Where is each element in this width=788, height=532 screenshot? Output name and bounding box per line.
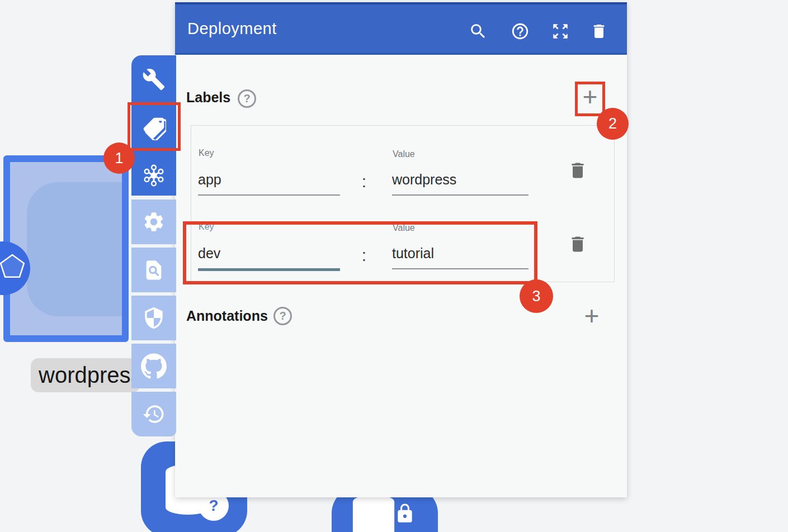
- annotations-help-icon[interactable]: ?: [273, 307, 292, 325]
- expand-icon: [551, 22, 570, 41]
- panel-header: Deployment: [175, 2, 627, 55]
- delete-label-row-button[interactable]: [566, 158, 589, 183]
- trash-icon: [568, 233, 588, 255]
- label-value-input[interactable]: [392, 172, 529, 196]
- key-value-separator: :: [358, 168, 370, 195]
- label-key-input[interactable]: [198, 172, 340, 196]
- sidebar-item-search-docs[interactable]: [131, 248, 176, 292]
- key-field-label: Key: [199, 148, 214, 158]
- help-button[interactable]: [508, 20, 532, 43]
- sidebar-item-configure[interactable]: [131, 67, 176, 92]
- history-icon: [142, 402, 166, 426]
- sidebar-item-network[interactable]: [131, 163, 176, 188]
- node-label: wordpress: [31, 358, 140, 392]
- value-field-label: Value: [393, 149, 415, 159]
- expand-button[interactable]: [549, 20, 572, 43]
- panel-title: Deployment: [187, 4, 277, 53]
- step-2-badge: 2: [597, 108, 629, 140]
- help-icon: [511, 22, 530, 41]
- search-icon: [469, 22, 488, 41]
- database-icon: [352, 494, 395, 532]
- delete-label-row-button[interactable]: [566, 231, 589, 257]
- step-1-badge: 1: [103, 142, 135, 174]
- step-3-highlight-box: [183, 221, 537, 284]
- node-inner-shape: [27, 182, 129, 316]
- step-1-highlight-box: [128, 102, 181, 151]
- delete-button[interactable]: [587, 20, 611, 43]
- trash-icon: [568, 159, 588, 182]
- annotations-section-title: Annotations: [186, 308, 268, 324]
- shield-icon: [142, 306, 166, 330]
- sidebar-item-security[interactable]: [131, 296, 176, 340]
- github-icon: [141, 353, 167, 379]
- sidebar-item-history[interactable]: [131, 392, 176, 436]
- search-button[interactable]: [466, 20, 490, 43]
- sidebar-item-github[interactable]: [131, 344, 176, 388]
- step-2-highlight-box: [575, 82, 605, 116]
- lock-icon: [394, 502, 416, 525]
- labels-section-title: Labels: [186, 89, 230, 106]
- hub-icon: [141, 163, 167, 188]
- wrench-icon: [142, 68, 166, 91]
- doc-search-icon: [143, 258, 165, 282]
- labels-help-icon[interactable]: ?: [238, 89, 256, 108]
- pentagon-icon: [0, 253, 28, 284]
- sidebar-item-settings[interactable]: [131, 200, 176, 244]
- step-3-badge: 3: [520, 279, 553, 313]
- gear-icon: [142, 210, 166, 234]
- trash-icon: [590, 22, 608, 40]
- add-annotation-button[interactable]: +: [578, 302, 605, 331]
